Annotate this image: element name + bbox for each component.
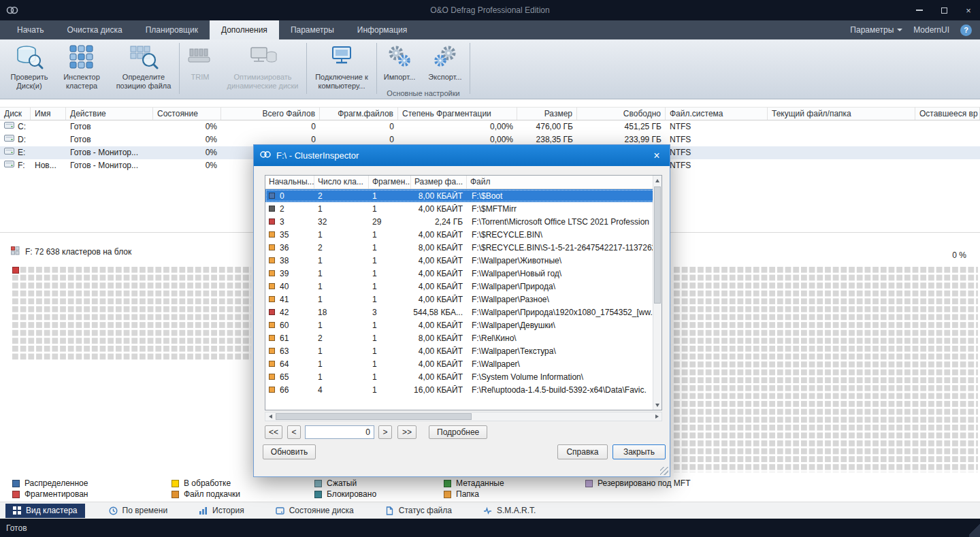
inspector-row-3[interactable]: 332292,24 ГБF:\Torrent\Microsoft Office … <box>265 215 662 228</box>
column-header-2[interactable]: Имя <box>31 108 66 120</box>
ribbon-button-file-position[interactable]: Определите позицию файла <box>109 39 178 99</box>
dialog-title-bar[interactable]: F:\ - ClusterInspector × <box>254 145 670 166</box>
inspector-row-63[interactable]: 63114,00 КБАЙТF:\Wallpaper\Текстура\ <box>265 344 662 357</box>
inspector-row-40[interactable]: 40114,00 КБАЙТF:\Wallpaper\Природа\ <box>265 280 662 293</box>
dialog-resize-grip[interactable] <box>660 467 668 475</box>
column-header-8[interactable]: Размер <box>517 108 577 120</box>
inspector-row-41[interactable]: 41114,00 КБАЙТF:\Wallpaper\Разное\ <box>265 293 662 306</box>
cell-fragment-count: 1 <box>369 359 411 369</box>
inspector-row-42[interactable]: 42183544,58 КБА...F:\Wallpaper\Природа\1… <box>265 306 662 319</box>
legend-color-swatch <box>172 491 179 498</box>
settings-menu[interactable]: Параметры <box>850 25 902 35</box>
scroll-up-icon[interactable] <box>653 176 662 185</box>
cell-cluster-count: 32 <box>314 217 369 227</box>
inspector-column-header-2[interactable]: Число кла... <box>314 176 369 189</box>
modernui-menu[interactable]: ModernUI <box>913 25 949 35</box>
column-header-3[interactable]: Действие <box>66 108 153 120</box>
inspector-row-66[interactable]: 664116,00 КБАЙТF:\Rel\uptooda-1.4.5-buil… <box>265 383 662 396</box>
inspector-row-35[interactable]: 35114,00 КБАЙТF:\$RECYCLE.BIN\ <box>265 228 662 241</box>
close-dialog-button[interactable]: Закрыть <box>612 444 666 459</box>
help-button[interactable]: Справка <box>557 444 608 459</box>
help-icon[interactable]: ? <box>960 25 972 36</box>
menu-tab-6[interactable]: Информация <box>346 20 419 39</box>
inspector-row-2[interactable]: 2114,00 КБАЙТF:\$MFTMirr <box>265 202 662 215</box>
prev-page-button[interactable]: < <box>287 425 301 439</box>
view-tab-6[interactable]: S.M.A.R.T. <box>476 504 543 518</box>
minimize-icon[interactable] <box>915 5 924 15</box>
view-tab-5[interactable]: Статус файла <box>378 504 459 518</box>
drive-row-C[interactable]: C:Готов0%000,00%476,00 ГБ451,25 ГБNTFS <box>0 120 980 133</box>
menu-tab-2[interactable]: Очистка диска <box>56 20 134 39</box>
start-cluster-value: 66 <box>280 385 289 395</box>
first-page-button[interactable]: << <box>265 425 282 439</box>
inspector-column-header-1[interactable]: Начальны... <box>265 176 314 189</box>
start-cluster-value: 65 <box>280 372 289 382</box>
ribbon-button-export-gears[interactable]: Экспорт... <box>421 39 469 89</box>
column-header-10[interactable]: Файл.система <box>666 108 768 120</box>
dialog-logo-icon <box>260 150 271 161</box>
inspector-row-36[interactable]: 36218,00 КБАЙТF:\$RECYCLE.BIN\S-1-5-21-2… <box>265 241 662 254</box>
column-header-7[interactable]: Степень Фрагментации <box>398 108 517 120</box>
ribbon-button-connect-computer[interactable]: Подключение к компьютеру... <box>308 39 376 99</box>
column-header-11[interactable]: Текущий файл/папка <box>768 108 915 120</box>
fragmented-cluster-cell[interactable] <box>12 267 19 274</box>
cell-cluster-count: 1 <box>314 295 369 304</box>
view-tab-2[interactable]: По времени <box>101 504 176 518</box>
view-tab-1[interactable]: Вид кластера <box>5 504 85 518</box>
cell-fragment-count: 1 <box>369 321 411 330</box>
cell-cluster-count: 1 <box>314 282 369 291</box>
cell-frag_degree: 0,00% <box>398 120 517 133</box>
start-cluster-value: 39 <box>280 269 289 278</box>
scroll-left-icon[interactable] <box>265 412 275 421</box>
last-page-button[interactable]: >> <box>397 425 416 439</box>
column-header-4[interactable]: Состояние <box>153 108 221 120</box>
menu-tab-3[interactable]: Планировщик <box>134 20 210 39</box>
block-type-swatch <box>269 296 275 302</box>
column-header-1[interactable]: Диск <box>0 108 31 120</box>
horizontal-scrollbar[interactable] <box>265 412 662 421</box>
cell-cluster-count: 1 <box>314 256 369 265</box>
inspector-column-header-3[interactable]: Фрагмен... <box>369 176 411 189</box>
view-tab-4[interactable]: Состояние диска <box>268 504 361 518</box>
dialog-close-icon[interactable]: × <box>647 145 667 166</box>
horizontal-scroll-thumb[interactable] <box>276 413 472 420</box>
vertical-scroll-thumb[interactable] <box>654 186 661 304</box>
inspector-row-38[interactable]: 38114,00 КБАЙТF:\Wallpaper\Животные\ <box>265 254 662 267</box>
cluster-number-input[interactable] <box>305 425 374 439</box>
inspector-row-61[interactable]: 61218,00 КБАЙТF:\Rel\Кино\ <box>265 331 662 344</box>
cluster-grid-right[interactable] <box>674 267 978 472</box>
inspector-column-header-4[interactable]: Размер фа... <box>411 176 467 189</box>
column-header-12[interactable]: Оставшееся вр <box>915 108 980 120</box>
column-header-5[interactable]: Всего Файлов <box>221 108 320 120</box>
vertical-scrollbar[interactable] <box>653 176 662 410</box>
block-type-swatch <box>269 322 275 328</box>
menu-tab-bar: НачатьОчистка дискаПланировщикДополнения… <box>5 20 419 39</box>
cell-fragment-count: 1 <box>369 295 411 304</box>
menu-tab-4[interactable]: Дополнения <box>210 20 279 39</box>
cell-fragment-count: 1 <box>369 191 411 201</box>
scroll-down-icon[interactable] <box>653 400 662 410</box>
menu-tab-5[interactable]: Параметры <box>279 20 346 39</box>
refresh-button[interactable]: Обновить <box>263 444 316 459</box>
maximize-icon[interactable] <box>939 5 949 15</box>
inspector-row-0[interactable]: 0218,00 КБАЙТF:\$Boot <box>265 189 662 202</box>
ribbon-button-cluster-grid[interactable]: Инспектор кластера <box>54 39 109 99</box>
inspector-column-header-5[interactable]: Файл <box>467 176 662 189</box>
details-button[interactable]: Подробнее <box>429 425 487 439</box>
inspector-row-64[interactable]: 64114,00 КБАЙТF:\Wallpaper\ <box>265 357 662 370</box>
inspector-row-39[interactable]: 39114,00 КБАЙТF:\Wallpaper\Новый год\ <box>265 267 662 280</box>
inspector-row-60[interactable]: 60114,00 КБАЙТF:\Wallpaper\Девушки\ <box>265 319 662 331</box>
close-icon[interactable]: × <box>964 5 973 15</box>
menu-tab-1[interactable]: Начать <box>5 20 56 39</box>
view-tab-3[interactable]: История <box>191 504 252 518</box>
block-type-swatch <box>269 387 275 393</box>
cluster-grid-left[interactable] <box>12 267 251 361</box>
scroll-right-icon[interactable] <box>652 412 662 421</box>
next-page-button[interactable]: > <box>378 425 392 439</box>
column-header-6[interactable]: Фрагм.файлов <box>320 108 398 120</box>
ribbon-button-import-gears[interactable]: Импорт... <box>378 39 421 89</box>
inspector-row-65[interactable]: 65114,00 КБАЙТF:\System Volume Informati… <box>265 370 662 383</box>
ribbon-button-disk-check[interactable]: Проверить Диск(и) <box>4 39 54 99</box>
status-resize-grip[interactable] <box>969 519 980 537</box>
column-header-9[interactable]: Свободно <box>577 108 666 120</box>
